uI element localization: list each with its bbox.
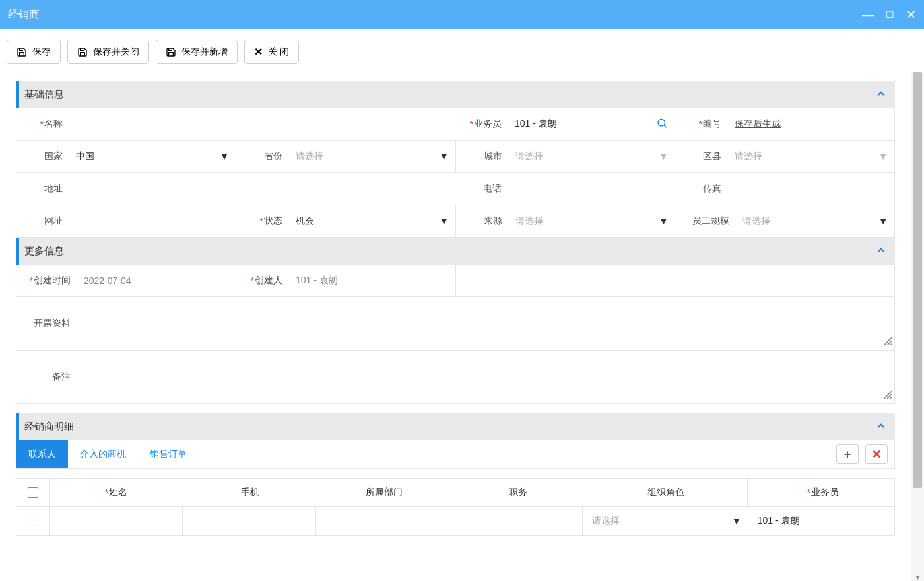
maximize-button[interactable]: ☐	[886, 10, 894, 19]
section-more-title: 更多信息	[24, 245, 875, 257]
tab-contacts[interactable]: 联系人	[16, 440, 68, 468]
label-province: 省份	[264, 151, 282, 162]
save-icon	[77, 47, 88, 57]
resize-icon[interactable]	[882, 336, 892, 347]
label-phone: 电话	[483, 183, 502, 195]
invoice-info-textarea[interactable]	[77, 297, 894, 350]
create-time-value: 2022-07-04	[77, 265, 236, 296]
label-code: 编号	[703, 118, 721, 130]
status-select[interactable]: 机会 ▼	[289, 205, 455, 237]
save-new-button[interactable]: 保存并新增	[156, 40, 238, 64]
remark-textarea[interactable]	[77, 351, 894, 403]
svg-line-1	[664, 125, 666, 127]
save-close-button[interactable]: 保存并关闭	[67, 40, 149, 64]
header-phone: 手机	[183, 479, 317, 507]
chevron-down-icon: ▼	[659, 216, 668, 226]
save-new-label: 保存并新增	[182, 46, 228, 58]
chevron-down-icon: ▼	[732, 516, 741, 526]
chevron-down-icon: ▼	[659, 151, 668, 162]
save-button[interactable]: 保存	[7, 40, 61, 64]
country-select[interactable]: 中国 ▼	[69, 141, 236, 172]
chevron-down-icon: ▼	[878, 216, 888, 226]
header-salesperson: *业务员	[748, 479, 894, 507]
label-invoice-info: 开票资料	[34, 318, 71, 329]
collapse-basic-button[interactable]	[875, 88, 887, 102]
salesperson-input[interactable]: 101 - 袁朗	[508, 108, 675, 140]
svg-line-4	[890, 344, 892, 345]
label-creator: 创建人	[255, 275, 282, 287]
label-status: 状态	[264, 215, 282, 227]
label-source: 来源	[484, 215, 502, 227]
row-title-input[interactable]	[449, 507, 583, 535]
row-dept-input[interactable]	[316, 507, 449, 535]
label-city: 城市	[484, 151, 502, 162]
row-name-input[interactable]	[50, 507, 183, 535]
scrollbar-thumb[interactable]	[913, 72, 922, 488]
label-create-time: 创建时间	[34, 275, 71, 287]
phone-input[interactable]	[508, 173, 675, 205]
name-input[interactable]	[69, 108, 455, 140]
chevron-down-icon: ▼	[878, 151, 888, 162]
header-name: *姓名	[50, 479, 183, 507]
resize-icon[interactable]	[882, 390, 892, 401]
code-value: 保存后生成	[728, 108, 894, 140]
row-role-select[interactable]: 请选择 ▼	[583, 507, 748, 535]
titlebar: 经销商 — ☐ ✕	[0, 0, 924, 29]
province-select[interactable]: 请选择 ▼	[289, 141, 455, 172]
section-more-header: 更多信息	[16, 238, 895, 265]
save-icon	[16, 47, 27, 57]
checkbox-icon	[28, 487, 38, 498]
label-district: 区县	[703, 151, 721, 162]
scroll-down-arrow[interactable]: ▾	[911, 574, 924, 581]
label-country: 国家	[44, 151, 63, 162]
close-button[interactable]: ✕ 关 闭	[244, 40, 299, 64]
row-salesperson-value[interactable]: 101 - 袁朗	[748, 507, 894, 535]
svg-line-7	[890, 397, 892, 399]
label-salesperson: 业务员	[474, 118, 502, 130]
close-window-button[interactable]: ✕	[906, 9, 916, 20]
staff-size-select[interactable]: 请选择 ▼	[736, 205, 894, 237]
header-checkbox-cell[interactable]	[16, 479, 50, 507]
city-select[interactable]: 请选择 ▼	[509, 141, 675, 172]
section-detail-header: 经销商明细	[16, 413, 895, 440]
vertical-scrollbar[interactable]: ▴ ▾	[911, 72, 924, 581]
window-title: 经销商	[8, 8, 862, 22]
delete-row-button[interactable]: ✕	[865, 444, 888, 464]
website-input[interactable]	[69, 205, 236, 237]
tab-opportunities[interactable]: 介入的商机	[68, 440, 138, 468]
tab-orders[interactable]: 销售订单	[138, 440, 199, 468]
creator-value: 101 - 袁朗	[289, 265, 455, 296]
search-icon[interactable]	[656, 118, 668, 131]
fax-input[interactable]	[728, 173, 894, 205]
chevron-down-icon: ▼	[440, 216, 449, 226]
label-address: 地址	[44, 183, 63, 195]
save-close-label: 保存并关闭	[93, 46, 139, 58]
table-row: 请选择 ▼ 101 - 袁朗	[16, 507, 894, 535]
district-select[interactable]: 请选择 ▼	[728, 141, 894, 172]
label-fax: 传真	[703, 183, 721, 195]
close-icon: ✕	[254, 46, 263, 58]
section-basic-header: 基础信息	[16, 81, 895, 108]
header-dept: 所属部门	[317, 479, 451, 507]
label-remark: 备注	[52, 371, 71, 383]
address-input[interactable]	[69, 173, 455, 205]
header-title: 职务	[451, 479, 585, 507]
save-label: 保存	[32, 46, 51, 58]
collapse-more-button[interactable]	[875, 244, 887, 258]
label-name: 名称	[44, 118, 63, 130]
minimize-button[interactable]: —	[862, 9, 874, 20]
section-detail-title: 经销商明细	[24, 421, 875, 433]
collapse-detail-button[interactable]	[875, 420, 887, 434]
label-staff-size: 员工规模	[692, 215, 729, 227]
add-row-button[interactable]: +	[836, 444, 859, 464]
section-basic-title: 基础信息	[24, 88, 875, 101]
content-area: 基础信息 *名称 *业务员 101 - 袁朗	[0, 72, 911, 581]
chevron-down-icon: ▼	[220, 151, 229, 162]
save-icon	[166, 47, 176, 57]
source-select[interactable]: 请选择 ▼	[509, 205, 675, 237]
toolbar: 保存 保存并关闭 保存并新增 ✕ 关 闭	[0, 29, 924, 72]
close-label: 关 闭	[268, 46, 289, 58]
svg-point-0	[658, 120, 665, 127]
row-checkbox-cell[interactable]	[16, 507, 50, 535]
row-phone-input[interactable]	[183, 507, 316, 535]
